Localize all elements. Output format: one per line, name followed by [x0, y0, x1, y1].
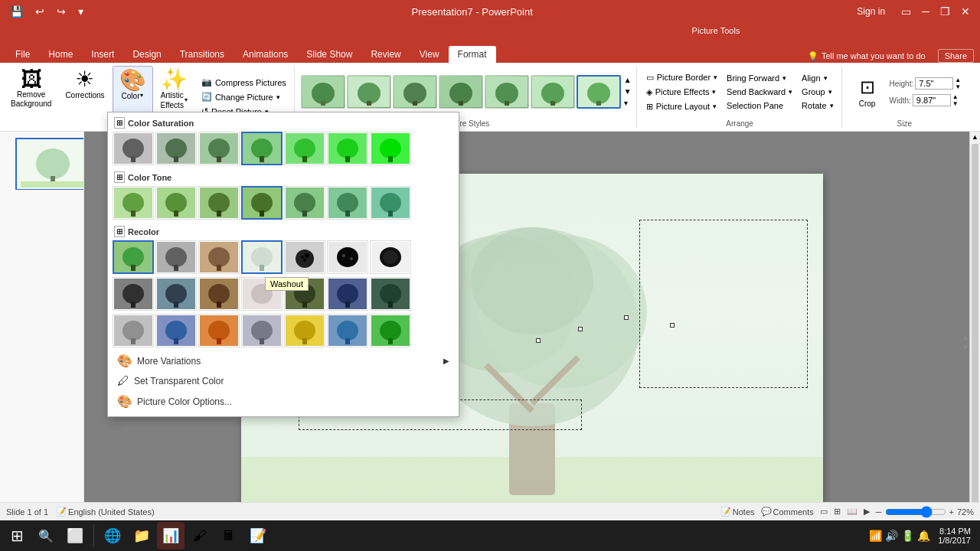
slide-thumbnail-1[interactable] — [15, 138, 84, 190]
tab-design[interactable]: Design — [123, 46, 170, 63]
more-variations-item[interactable]: 🎨 More Variations ▶ — [113, 350, 454, 371]
height-up[interactable]: ▲ — [955, 77, 961, 83]
sat-166[interactable] — [327, 132, 368, 165]
change-picture-button[interactable]: 🔄 Change Picture ▾ — [198, 90, 289, 103]
selection-handle[interactable] — [670, 323, 675, 328]
height-down[interactable]: ▼ — [955, 83, 961, 90]
black-white-75[interactable] — [370, 240, 411, 274]
accent5-dark[interactable] — [370, 277, 411, 311]
picture-style-5[interactable] — [485, 75, 529, 109]
notification-icon[interactable]: 🔔 — [917, 530, 930, 542]
tab-format[interactable]: Format — [449, 46, 496, 63]
picture-style-6[interactable] — [531, 75, 575, 109]
picture-style-7[interactable] — [577, 75, 621, 109]
sat-66[interactable] — [198, 132, 240, 165]
tab-file[interactable]: File — [6, 46, 39, 63]
tone-4700k[interactable] — [113, 186, 154, 220]
sat-0[interactable] — [113, 132, 154, 165]
sepia[interactable] — [198, 240, 240, 274]
selection-pane-button[interactable]: Selection Pane — [724, 99, 795, 112]
bring-forward-button[interactable]: Bring Forward ▾ — [724, 72, 795, 84]
crop-button[interactable]: ⊡ Crop — [848, 72, 887, 112]
black-white-25[interactable] — [284, 240, 325, 274]
tone-5300k[interactable] — [155, 186, 197, 220]
sat-100[interactable] — [241, 132, 283, 165]
calculator-button[interactable]: 🖩 — [215, 522, 243, 549]
edge-button[interactable]: 🌐 — [99, 522, 126, 549]
align-button[interactable]: Align ▾ — [799, 72, 836, 84]
picture-layout-button[interactable]: ⊞ Picture Layout ▾ — [643, 100, 720, 113]
color-sky[interactable] — [327, 314, 368, 347]
view-normal[interactable]: ▭ — [820, 507, 828, 517]
width-down[interactable]: ▼ — [952, 100, 959, 107]
network-icon[interactable]: 📶 — [869, 530, 882, 542]
corrections-button[interactable]: ☀ Corrections — [59, 66, 110, 128]
volume-icon[interactable]: 🔊 — [885, 530, 898, 542]
grayscale[interactable] — [155, 240, 197, 274]
color-yellow[interactable] — [284, 314, 325, 347]
tab-slideshow[interactable]: Slide Show — [297, 46, 361, 63]
tab-insert[interactable]: Insert — [82, 46, 123, 63]
accent2-dark[interactable] — [241, 277, 283, 311]
ribbon-display-button[interactable]: ▭ — [897, 4, 915, 19]
tab-view[interactable]: View — [410, 46, 449, 63]
color-blue[interactable] — [155, 314, 197, 347]
save-button[interactable]: 💾 — [6, 4, 27, 19]
black-white-50[interactable] — [327, 240, 368, 274]
tone-7700k[interactable] — [327, 186, 368, 220]
selection-handle[interactable] — [536, 338, 541, 343]
dark2-light[interactable] — [155, 277, 197, 311]
no-recolor[interactable] — [113, 240, 154, 274]
gallery-scroll-down[interactable]: ▼ — [624, 88, 632, 96]
powerpoint-button[interactable]: 📊 — [157, 522, 185, 549]
zoom-out-button[interactable]: ─ — [876, 507, 882, 517]
search-button[interactable]: 🔍 — [32, 522, 60, 549]
zoom-slider[interactable] — [885, 506, 946, 518]
view-slide-sorter[interactable]: ⊞ — [834, 507, 841, 517]
comments-button[interactable]: 💬 Comments — [761, 507, 814, 517]
gallery-expand[interactable]: ▾ — [624, 99, 632, 107]
picture-border-button[interactable]: ▭ Picture Border ▾ — [643, 71, 720, 84]
start-button[interactable]: ⊞ — [3, 522, 31, 549]
sign-in-link[interactable]: Sign in — [857, 6, 885, 17]
picture-effects-button[interactable]: ◈ Picture Effects ▾ — [643, 86, 720, 99]
dark1-light[interactable] — [113, 277, 154, 311]
tone-5900k[interactable] — [198, 186, 240, 220]
send-backward-button[interactable]: Send Backward ▾ — [724, 86, 795, 98]
battery-icon[interactable]: 🔋 — [901, 530, 914, 542]
word-button[interactable]: 📝 — [244, 522, 272, 549]
zoom-in-button[interactable]: + — [949, 507, 954, 517]
notes-button[interactable]: 📝 Notes — [720, 507, 755, 517]
view-slideshow[interactable]: ▶ — [864, 507, 870, 517]
set-transparent-color-item[interactable]: 🖊 Set Transparent Color — [113, 371, 454, 391]
view-reading[interactable]: 📖 — [847, 507, 858, 517]
task-view-button[interactable]: ⬜ — [61, 522, 89, 549]
restore-button[interactable]: ❐ — [936, 4, 954, 19]
picture-color-options-item[interactable]: 🎨 Picture Color Options... — [113, 391, 454, 412]
accent1-dark[interactable] — [198, 277, 240, 311]
share-button[interactable]: Share — [938, 49, 974, 63]
tone-6500k[interactable] — [241, 186, 283, 220]
compress-pictures-button[interactable]: 📷 Compress Pictures — [198, 76, 289, 89]
vertical-scrollbar[interactable]: ▲ ▼ — [969, 132, 980, 551]
explorer-button[interactable]: 📁 — [128, 522, 155, 549]
sat-133[interactable] — [284, 132, 325, 165]
width-input[interactable]: 9.87" — [913, 94, 951, 106]
sat-33[interactable] — [155, 132, 197, 165]
tone-8300k[interactable] — [370, 186, 411, 220]
washout[interactable] — [241, 240, 283, 274]
tab-animations[interactable]: Animations — [234, 46, 297, 63]
picture-style-2[interactable] — [347, 75, 391, 109]
picture-style-3[interactable] — [393, 75, 437, 109]
color-gray[interactable] — [241, 314, 283, 347]
gallery-scroll-up[interactable]: ▲ — [624, 77, 632, 84]
color-green[interactable] — [370, 314, 411, 347]
tab-transitions[interactable]: Transitions — [171, 46, 234, 63]
expand-down-arrow[interactable]: ▼ — [962, 343, 969, 351]
remove-background-button[interactable]: 🖼 RemoveBackground — [5, 66, 57, 128]
picture-style-4[interactable] — [439, 75, 483, 109]
scroll-thumb[interactable] — [972, 144, 978, 540]
accent3-dark[interactable] — [284, 277, 325, 311]
undo-button[interactable]: ↩ — [31, 4, 48, 19]
clock[interactable]: 8:14 PM 1/8/2017 — [938, 527, 977, 545]
